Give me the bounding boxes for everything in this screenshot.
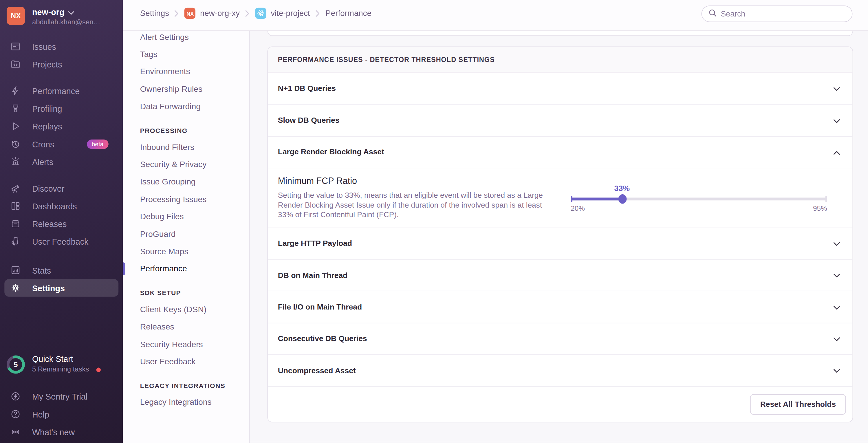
sidebar-item-my-sentry-trial[interactable]: My Sentry Trial bbox=[0, 387, 123, 405]
sidebar-item-user-feedback[interactable]: User Feedback bbox=[0, 232, 123, 250]
play-icon bbox=[10, 121, 22, 132]
org-name: new-org bbox=[32, 7, 74, 17]
breadcrumb-settings[interactable]: Settings bbox=[140, 9, 169, 18]
sidebar-item-replays[interactable]: Replays bbox=[0, 117, 123, 135]
settings-nav-client-keys[interactable]: Client Keys (DSN) bbox=[123, 300, 249, 318]
top-header-bar: Settings NX new-org-xy vite-project Perf… bbox=[123, 0, 868, 31]
sidebar-item-label: What's new bbox=[32, 427, 75, 437]
detector-row-db-on-main-thread[interactable]: DB on Main Thread bbox=[268, 259, 852, 291]
org-avatar: NX bbox=[7, 7, 25, 25]
search-box bbox=[702, 5, 852, 22]
detector-row-consecutive-db-queries[interactable]: Consecutive DB Queries bbox=[268, 322, 852, 354]
settings-nav-environments[interactable]: Environments bbox=[123, 63, 249, 81]
detector-row-n-plus-one-db-queries[interactable]: N+1 DB Queries bbox=[268, 72, 852, 104]
chevron-down-icon bbox=[833, 366, 840, 376]
settings-nav-issue-grouping[interactable]: Issue Grouping bbox=[123, 173, 249, 191]
detector-row-slow-db-queries[interactable]: Slow DB Queries bbox=[268, 104, 852, 136]
settings-nav-legacy-integrations[interactable]: Legacy Integrations bbox=[123, 393, 249, 411]
settings-nav-data-forwarding[interactable]: Data Forwarding bbox=[123, 98, 249, 115]
card-footer: Reset All Thresholds bbox=[268, 386, 852, 422]
slider-min-label: 20% bbox=[571, 205, 585, 213]
sidebar-item-whats-new[interactable]: What's new bbox=[0, 423, 123, 441]
sidebar-item-label: Releases bbox=[32, 219, 67, 228]
breadcrumb-project[interactable]: vite-project bbox=[255, 8, 310, 19]
sidebar-item-crons[interactable]: Crons beta bbox=[0, 135, 123, 153]
slider-track[interactable] bbox=[571, 198, 827, 201]
quick-start-progress-ring: 5 bbox=[7, 355, 25, 374]
lightning-icon bbox=[10, 85, 22, 96]
sidebar-item-settings[interactable]: Settings bbox=[4, 279, 118, 297]
settings-content: PERFORMANCE ISSUES - DETECTOR THRESHOLD … bbox=[250, 31, 868, 443]
chevron-right-icon bbox=[316, 9, 320, 17]
settings-nav-performance[interactable]: Performance bbox=[123, 260, 249, 277]
chevron-down-icon bbox=[833, 334, 840, 344]
reset-all-thresholds-button[interactable]: Reset All Thresholds bbox=[750, 394, 846, 415]
chevron-right-icon bbox=[175, 9, 179, 17]
breadcrumb-organization[interactable]: NX new-org-xy bbox=[184, 8, 240, 19]
detector-row-uncompressed-asset[interactable]: Uncompressed Asset bbox=[268, 354, 852, 386]
sidebar-item-label: User Feedback bbox=[32, 236, 88, 246]
settings-nav-security-privacy[interactable]: Security & Privacy bbox=[123, 156, 249, 173]
sidebar-item-releases[interactable]: Releases bbox=[0, 215, 123, 232]
settings-nav-inbound-filters[interactable]: Inbound Filters bbox=[123, 138, 249, 156]
settings-nav-alert-settings[interactable]: Alert Settings bbox=[123, 31, 249, 45]
sidebar-item-label: Performance bbox=[32, 86, 80, 96]
slider-fill bbox=[571, 198, 622, 201]
sidebar-item-projects[interactable]: Projects bbox=[0, 55, 123, 73]
sidebar-item-stats[interactable]: Stats bbox=[0, 261, 123, 279]
chevron-down-icon bbox=[833, 84, 840, 93]
sidebar-item-help[interactable]: Help bbox=[0, 405, 123, 423]
sidebar-item-profiling[interactable]: Profiling bbox=[0, 100, 123, 117]
app-window: NX new-org abdullah.khan@sen… Issues Pro… bbox=[0, 0, 868, 443]
settings-nav-ownership-rules[interactable]: Ownership Rules bbox=[123, 81, 249, 98]
settings-nav-proguard[interactable]: ProGuard bbox=[123, 225, 249, 243]
detector-row-file-io-on-main-thread[interactable]: File I/O on Main Thread bbox=[268, 291, 852, 322]
settings-nav-source-maps[interactable]: Source Maps bbox=[123, 243, 249, 260]
settings-nav-processing-issues[interactable]: Processing Issues bbox=[123, 191, 249, 208]
sidebar-item-issues[interactable]: Issues bbox=[0, 38, 123, 55]
bar-chart-icon bbox=[10, 265, 22, 276]
detector-row-large-http-payload[interactable]: Large HTTP Payload bbox=[268, 227, 852, 259]
expanded-detector-settings: Minimum FCP Ratio Setting the value to 3… bbox=[268, 168, 852, 227]
settings-nav-debug-files[interactable]: Debug Files bbox=[123, 208, 249, 225]
feedback-icon bbox=[10, 236, 22, 247]
setting-description: Setting the value to 33%, means that an … bbox=[278, 191, 559, 220]
chevron-down-icon bbox=[833, 302, 840, 312]
sidebar-item-label: Crons bbox=[32, 139, 55, 149]
settings-nav-security-headers[interactable]: Security Headers bbox=[123, 335, 249, 353]
settings-nav-releases[interactable]: Releases bbox=[123, 318, 249, 335]
sidebar-footer: My Sentry Trial Help What's new bbox=[0, 387, 123, 441]
fcp-ratio-slider: 33% 20% 95% bbox=[571, 185, 827, 219]
clock-history-icon bbox=[10, 138, 22, 149]
sidebar-item-discover[interactable]: Discover bbox=[0, 179, 123, 197]
slider-thumb[interactable] bbox=[618, 194, 626, 203]
org-switcher[interactable]: NX new-org abdullah.khan@sen… bbox=[0, 0, 123, 31]
slider-max-label: 95% bbox=[813, 205, 827, 213]
sidebar-item-label: My Sentry Trial bbox=[32, 392, 87, 401]
breadcrumb-performance[interactable]: Performance bbox=[326, 9, 371, 18]
sidebar-item-label: Issues bbox=[32, 42, 56, 51]
breadcrumb: Settings NX new-org-xy vite-project Perf… bbox=[140, 0, 371, 27]
sidebar: NX new-org abdullah.khan@sen… Issues Pro… bbox=[0, 0, 123, 443]
slider-value-label: 33% bbox=[614, 184, 630, 193]
quick-start-count: 5 bbox=[9, 358, 22, 371]
sidebar-item-alerts[interactable]: Alerts bbox=[0, 153, 123, 170]
quick-start-title: Quick Start bbox=[32, 354, 73, 364]
sidebar-item-label: Profiling bbox=[32, 104, 62, 114]
settings-nav-tags[interactable]: Tags bbox=[123, 46, 249, 63]
dashboards-icon bbox=[10, 200, 22, 211]
profiling-icon bbox=[10, 103, 22, 114]
search-input[interactable] bbox=[721, 9, 845, 19]
sidebar-item-label: Stats bbox=[32, 265, 51, 275]
sidebar-item-dashboards[interactable]: Dashboards bbox=[0, 197, 123, 215]
sidebar-item-label: Settings bbox=[32, 283, 65, 293]
sidebar-item-label: Help bbox=[32, 409, 49, 419]
projects-icon bbox=[10, 59, 22, 70]
sidebar-item-performance[interactable]: Performance bbox=[0, 82, 123, 100]
notification-dot bbox=[96, 368, 101, 372]
chevron-down-icon bbox=[833, 239, 840, 248]
chevron-right-icon bbox=[245, 9, 250, 17]
quick-start-panel[interactable]: 5 Quick Start 5 Remaining tasks bbox=[0, 353, 123, 378]
detector-row-large-render-blocking-asset[interactable]: Large Render Blocking Asset bbox=[268, 136, 852, 168]
settings-nav-user-feedback[interactable]: User Feedback bbox=[123, 353, 249, 370]
